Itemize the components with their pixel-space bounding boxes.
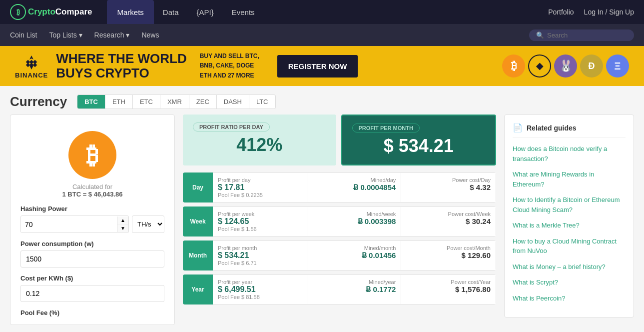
binance-logo-icon	[22, 54, 40, 72]
sec-nav-toplists[interactable]: Top Lists ▾	[49, 31, 82, 39]
period-power-cell: Power cost/Year $ 1,576.80	[401, 275, 496, 304]
hashing-power-input[interactable]	[21, 216, 117, 232]
nav-api[interactable]: {API}	[188, 0, 223, 24]
svg-marker-0	[29, 56, 33, 60]
guide-link[interactable]: What is Scrypt?	[513, 278, 626, 288]
coin-btc-icon: ₿	[502, 54, 525, 78]
search-box: 🔍	[529, 30, 634, 41]
secondary-nav: Coin List Top Lists ▾ Research ▾ News 🔍	[0, 24, 644, 46]
top-nav: ₿ CryptoCompare Markets Data {API} Event…	[0, 0, 644, 24]
profit-day-label: PROFIT RATIO PER DAY	[193, 122, 270, 132]
left-panel: ₿ Calculated for 1 BTC = $ 46,043.86 Has…	[10, 114, 175, 325]
hashing-up-arrow[interactable]: ▲	[117, 216, 128, 224]
period-mined-cell: Mined/day Ƀ 0.0004854	[307, 173, 402, 202]
right-panel: 📄 Related guides How does a Bitcoin node…	[504, 114, 634, 325]
register-button[interactable]: REGISTER NOW	[277, 55, 358, 78]
search-input[interactable]	[547, 32, 627, 39]
period-mined-cell: Mined/month Ƀ 0.01456	[307, 241, 402, 270]
period-mined-cell: Mined/year Ƀ 0.1772	[307, 275, 402, 304]
sec-nav-research[interactable]: Research ▾	[94, 31, 130, 39]
btc-icon-wrap: ₿	[20, 123, 164, 183]
banner: BINANCE WHERE THE WORLD BUYS CRYPTO BUY …	[0, 46, 644, 86]
cost-kwh-input[interactable]	[20, 285, 164, 302]
nav-events[interactable]: Events	[223, 0, 264, 24]
hashing-unit-select[interactable]: TH/s GH/s MH/s	[132, 216, 164, 233]
guide-link[interactable]: How to Identify a Bitcoin or Ethereum Cl…	[513, 195, 626, 214]
currency-title: Currency	[10, 94, 67, 110]
period-label: Year	[183, 274, 213, 304]
portfolio-link[interactable]: Portfolio	[548, 8, 574, 16]
period-label: Day	[183, 172, 213, 202]
period-row: Month Profit per month $ 534.21 Pool Fee…	[183, 240, 496, 270]
login-link[interactable]: Log In / Sign Up	[584, 8, 634, 16]
period-row: Week Profit per week $ 124.65 Pool Fee $…	[183, 206, 496, 236]
banner-sub: BUY AND SELL BTC,BNB, CAKE, DOGEETH AND …	[200, 52, 259, 80]
tab-dash[interactable]: DASH	[217, 94, 249, 109]
coin-doge-icon: Ð	[580, 54, 603, 78]
related-guides: 📄 Related guides How does a Bitcoin node…	[504, 114, 634, 318]
logo[interactable]: ₿ CryptoCompare	[10, 4, 92, 20]
period-power-cell: Power cost/Week $ 30.24	[401, 207, 496, 236]
banner-logo: BINANCE	[15, 54, 48, 79]
period-mined-cell: Mined/week Ƀ 0.003398	[307, 207, 402, 236]
tab-etc[interactable]: ETC	[133, 94, 160, 109]
period-profit-cell: Profit per year $ 6,499.51 Pool Fee $ 81…	[213, 275, 307, 304]
guide-link[interactable]: What is Peercoin?	[513, 294, 626, 304]
coin-bnb-icon: ◆	[528, 54, 551, 78]
banner-brand: BINANCE	[15, 72, 48, 79]
banner-headline: WHERE THE WORLD BUYS CRYPTO	[56, 52, 186, 80]
nav-data[interactable]: Data	[154, 0, 188, 24]
tab-eth[interactable]: ETH	[105, 94, 133, 109]
profit-month-card: PROFIT PER MONTH $ 534.21	[341, 114, 497, 166]
guide-link[interactable]: What are Mining Rewards in Ethereum?	[513, 170, 626, 189]
tab-xmr[interactable]: XMR	[160, 94, 189, 109]
guide-link[interactable]: How to buy a Cloud Mining Contract from …	[513, 236, 626, 256]
profit-day-card: PROFIT RATIO PER DAY 412%	[183, 114, 336, 166]
power-consumption-label: Power consumption (w)	[20, 240, 164, 248]
tab-ltc[interactable]: LTC	[249, 94, 276, 109]
btc-circle: ₿	[68, 131, 116, 179]
period-profit-cell: Profit per month $ 534.21 Pool Fee $ 6.7…	[213, 241, 307, 270]
period-profit-cell: Profit per day $ 17.81 Pool Fee $ 0.2235	[213, 173, 307, 202]
period-row: Year Profit per year $ 6,499.51 Pool Fee…	[183, 274, 496, 304]
cost-kwh-label: Cost per KWh ($)	[20, 274, 164, 282]
profit-month-value: $ 534.21	[352, 136, 486, 156]
banner-coins: ₿ ◆ 🐰 Ð Ξ	[502, 54, 629, 78]
sec-nav-coinlist[interactable]: Coin List	[10, 31, 37, 39]
calc-rate: 1 BTC = $ 46,043.86	[20, 190, 164, 198]
document-icon: 📄	[513, 123, 523, 132]
currency-tabs: BTC ETH ETC XMR ZEC DASH LTC	[77, 94, 275, 109]
coin-bunny-icon: 🐰	[554, 54, 577, 78]
search-icon: 🔍	[536, 32, 544, 39]
tab-btc[interactable]: BTC	[77, 94, 105, 109]
hashing-power-label: Hashing Power	[20, 205, 164, 212]
related-guides-title: 📄 Related guides	[513, 123, 626, 138]
pool-fee-label: Pool Fee (%)	[20, 309, 164, 316]
center-panel: PROFIT RATIO PER DAY 412% PROFIT PER MON…	[183, 114, 496, 325]
guide-link[interactable]: What is Money – a brief history?	[513, 262, 626, 272]
hashing-power-input-wrap: ▲ ▼	[20, 216, 129, 233]
tab-zec[interactable]: ZEC	[189, 94, 217, 109]
period-label: Week	[183, 206, 213, 236]
coin-eth-icon: Ξ	[606, 54, 629, 78]
guide-link[interactable]: How does a Bitcoin node verify a transac…	[513, 144, 626, 164]
logo-text: CryptoCompare	[28, 7, 92, 17]
period-profit-cell: Profit per week $ 124.65 Pool Fee $ 1.56	[213, 207, 307, 236]
profit-day-value: 412%	[193, 134, 326, 156]
profit-month-label: PROFIT PER MONTH	[352, 124, 420, 132]
period-row: Day Profit per day $ 17.81 Pool Fee $ 0.…	[183, 172, 496, 202]
guide-link[interactable]: What is a Merkle Tree?	[513, 220, 626, 230]
period-power-cell: Power cost/Day $ 4.32	[401, 173, 496, 202]
sec-nav-news[interactable]: News	[141, 31, 159, 39]
power-consumption-input[interactable]	[20, 250, 164, 268]
hashing-down-arrow[interactable]: ▼	[117, 224, 128, 232]
period-power-cell: Power cost/Month $ 129.60	[401, 241, 496, 270]
period-label: Month	[183, 240, 213, 270]
calc-info: Calculated for 1 BTC = $ 46,043.86	[20, 183, 164, 198]
nav-markets[interactable]: Markets	[107, 0, 153, 24]
